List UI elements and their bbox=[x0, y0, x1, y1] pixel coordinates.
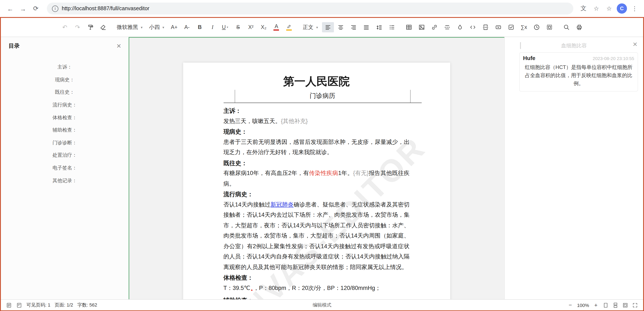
list-icon[interactable] bbox=[386, 22, 398, 32]
chevron-down-icon: ▼ bbox=[226, 26, 229, 28]
undo-icon[interactable]: ↶ bbox=[59, 22, 71, 32]
align-left-icon[interactable] bbox=[322, 22, 334, 32]
line-spacing-icon[interactable] bbox=[373, 22, 385, 32]
redo-icon[interactable]: ↷ bbox=[72, 22, 84, 32]
catalog-item[interactable]: 电子签名： bbox=[1, 162, 129, 174]
italic-button[interactable]: I bbox=[206, 22, 218, 32]
catalog-item[interactable]: 现病史： bbox=[1, 73, 129, 86]
underline-button[interactable]: U▼ bbox=[219, 22, 231, 32]
image-icon[interactable] bbox=[416, 22, 428, 32]
continuous-page-mode-icon[interactable] bbox=[612, 302, 618, 308]
visible-page-indicator: 可见页码: 1 bbox=[26, 302, 50, 308]
catalog-item[interactable]: 门诊诊断： bbox=[1, 136, 129, 149]
chevron-down-icon: ▼ bbox=[162, 26, 165, 29]
page-break-icon[interactable] bbox=[480, 22, 492, 32]
font-family-select[interactable]: 微软雅黑▼ bbox=[114, 22, 146, 32]
status-bar: 可见页码: 1 页面: 1/2 字数: 562 编辑模式 − 100% + bbox=[1, 299, 643, 310]
placeholder-field[interactable]: {有无} bbox=[353, 170, 369, 176]
page-options-icon[interactable] bbox=[16, 302, 22, 308]
fullscreen-icon[interactable] bbox=[632, 302, 638, 308]
block-icon[interactable] bbox=[544, 22, 556, 32]
format-painter-icon[interactable] bbox=[84, 22, 96, 32]
section-heading-chief: 主诉： bbox=[224, 106, 410, 116]
comment-quote-bar bbox=[520, 42, 521, 49]
forward-button[interactable]: → bbox=[17, 2, 29, 14]
catalog-item[interactable]: 其他记录： bbox=[1, 174, 129, 187]
font-family-value: 微软雅黑 bbox=[117, 24, 138, 31]
address-bar[interactable]: i http://localhost:8887/full/canvasedito… bbox=[47, 2, 573, 14]
catalog-item[interactable]: 辅助检查： bbox=[1, 124, 129, 136]
control-icon[interactable] bbox=[492, 22, 504, 32]
font-size-increase-button[interactable]: A+ bbox=[168, 22, 180, 32]
section-past-text: 有糖尿病10年，有高血压2年，有传染性疾病1年。{有无}报告其他既往疾病。 bbox=[224, 168, 410, 189]
translate-icon[interactable]: 文 bbox=[578, 3, 589, 14]
section-heading-past: 既往史： bbox=[224, 158, 410, 168]
profile-avatar[interactable]: C bbox=[617, 3, 627, 14]
word-count: 字数: 562 bbox=[77, 302, 97, 308]
document-subtitle-table: 门诊病历 bbox=[224, 90, 422, 103]
bold-button[interactable]: B bbox=[194, 22, 206, 32]
editor-mode-toggle[interactable]: 编辑模式 bbox=[313, 302, 331, 308]
section-heading-auxiliary: 辅助检查： bbox=[224, 295, 410, 299]
align-justify-icon[interactable] bbox=[360, 22, 372, 32]
section-chief-text: 发热三天，咳嗽五天。{其他补充} bbox=[224, 116, 410, 126]
strikeout-button[interactable]: S bbox=[232, 22, 244, 32]
catalog-item[interactable]: 主诉： bbox=[1, 61, 129, 73]
align-right-icon[interactable] bbox=[348, 22, 360, 32]
hyperlink-icon[interactable] bbox=[428, 22, 440, 32]
print-icon[interactable] bbox=[573, 22, 585, 32]
catalog-item[interactable]: 流行病史： bbox=[1, 99, 129, 111]
checkbox-icon[interactable] bbox=[505, 22, 517, 32]
catalog-close-icon[interactable]: ✕ bbox=[115, 42, 123, 50]
section-present-text: 患者于三天前无明显诱因，感冒后发现面部水肿，无皮疹，尿量减少，出现乏力，在外治疗… bbox=[224, 137, 410, 158]
paper-size-icon[interactable] bbox=[603, 302, 609, 308]
chevron-down-icon: ▼ bbox=[316, 26, 318, 29]
covid-hyperlink[interactable]: 新冠肺炎 bbox=[270, 201, 294, 208]
search-icon[interactable] bbox=[560, 22, 572, 32]
date-icon[interactable] bbox=[531, 22, 543, 32]
font-size-decrease-button[interactable]: A- bbox=[181, 22, 193, 32]
highlight-button[interactable] bbox=[283, 22, 295, 32]
clear-format-icon[interactable] bbox=[97, 22, 109, 32]
comment-panel: ✕ 血细胞比容 Hufe 2023-08-20 23:10:55 红细胞比容（H… bbox=[504, 37, 643, 299]
menu-kebab-icon[interactable]: ⋮ bbox=[630, 3, 640, 14]
comment-quoted-text: 血细胞比容 bbox=[561, 42, 587, 49]
codeblock-icon[interactable] bbox=[467, 22, 479, 32]
table-icon[interactable] bbox=[403, 22, 415, 32]
catalog-item[interactable]: 体格检查： bbox=[1, 111, 129, 124]
document-title: 第一人民医院 bbox=[224, 74, 410, 89]
zoom-out-button[interactable]: − bbox=[567, 302, 573, 308]
document-page[interactable]: CANVAS-EDITOR 第一人民医院 门诊病历 主诉： 发热三天，咳嗽五天。… bbox=[183, 63, 450, 299]
superscript-button[interactable]: X² bbox=[245, 22, 257, 32]
catalog-item[interactable]: 既往史： bbox=[1, 86, 129, 99]
refresh-button[interactable]: ⟳ bbox=[30, 2, 42, 14]
font-size-select[interactable]: 小四▼ bbox=[146, 22, 168, 32]
subscript-button[interactable]: X₂ bbox=[258, 22, 270, 32]
section-heading-physical: 体格检查： bbox=[224, 273, 410, 283]
watermark-icon[interactable] bbox=[454, 22, 466, 32]
align-center-icon[interactable] bbox=[335, 22, 347, 32]
zoom-in-button[interactable]: + bbox=[593, 302, 599, 308]
site-info-icon[interactable]: i bbox=[52, 5, 58, 12]
catalog-toggle-icon[interactable] bbox=[6, 302, 12, 308]
placeholder-field[interactable]: {其他补充} bbox=[281, 118, 308, 124]
back-button[interactable]: ← bbox=[4, 2, 16, 14]
paragraph-style-select[interactable]: 正文▼ bbox=[300, 22, 321, 32]
comment-timestamp: 2023-08-20 23:10:55 bbox=[593, 56, 634, 61]
side-panel-icon[interactable]: ☆ bbox=[604, 3, 614, 14]
section-physical-text: T：39.5℃▲，P：80bpm，R：20次/分，BP：120/80mmHg； bbox=[224, 283, 410, 295]
danger-text: 传染性疾病 bbox=[309, 170, 338, 176]
paper-margin-icon[interactable] bbox=[622, 302, 628, 308]
separator-icon[interactable] bbox=[441, 22, 453, 32]
document-canvas[interactable]: CANVAS-EDITOR 第一人民医院 门诊病历 主诉： 发热三天，咳嗽五天。… bbox=[129, 37, 504, 299]
document-subtitle: 门诊病历 bbox=[234, 90, 410, 103]
bookmark-star-icon[interactable]: ☆ bbox=[591, 3, 602, 14]
section-epidemic-text: 否认14天内接触过新冠肺炎确诊患者、疑似患者、无症状感染者及其密切接触者；否认1… bbox=[224, 199, 410, 273]
latex-icon[interactable]: ∑x bbox=[518, 22, 530, 32]
catalog-item[interactable]: 处置治疗： bbox=[1, 149, 129, 162]
editor-toolbar: ↶ ↷ 微软雅黑▼ 小四▼ A+ A- B I U▼ S X² X₂ A bbox=[1, 18, 643, 37]
catalog-title: 目录 bbox=[8, 42, 20, 50]
comment-card[interactable]: Hufe 2023-08-20 23:10:55 红细胞比容（HCT）是指每单位… bbox=[519, 52, 638, 91]
font-color-button[interactable]: A bbox=[270, 22, 282, 32]
catalog-sidebar: 目录 ✕ 主诉： 现病史： 既往史： 流行病史： 体格检查： 辅助检查： 门诊诊… bbox=[1, 37, 129, 299]
